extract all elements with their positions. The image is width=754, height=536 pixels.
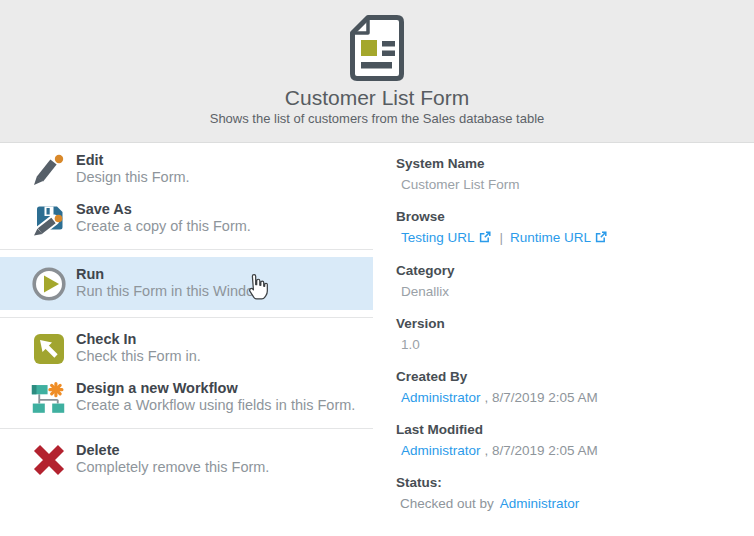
divider — [0, 317, 373, 318]
action-label: Edit — [76, 152, 190, 169]
prop-status: Status: Checked out byAdministrator — [396, 474, 736, 512]
prop-label: Browse — [396, 208, 736, 225]
workflow-icon — [30, 379, 67, 416]
form-details-panel: Customer List Form Shows the list of cus… — [0, 0, 754, 536]
runtime-url-link[interactable]: Runtime URL — [510, 230, 591, 245]
page-title: Customer List Form — [0, 87, 754, 109]
external-link-icon[interactable] — [595, 231, 607, 246]
prop-label: System Name — [396, 155, 736, 172]
prop-value: 1.0 — [396, 336, 736, 353]
prop-label: Version — [396, 315, 736, 332]
form-document-icon — [348, 14, 406, 82]
pencil-icon — [30, 151, 67, 188]
action-description: Completely remove this Form. — [76, 459, 269, 476]
modified-by-user-link[interactable]: Administrator — [401, 443, 481, 458]
prop-version: Version 1.0 — [396, 315, 736, 353]
prop-browse: Browse Testing URL|Runtime URL — [396, 208, 736, 247]
action-description: Check this Form in. — [76, 348, 201, 365]
action-description: Run this Form in this Window — [76, 283, 265, 300]
prop-value: Denallix — [396, 283, 736, 300]
action-delete[interactable]: Delete Completely remove this Form. — [0, 436, 373, 483]
link-separator: | — [500, 230, 504, 245]
checked-out-user-link[interactable]: Administrator — [500, 496, 580, 511]
prop-label: Created By — [396, 368, 736, 385]
prop-label: Last Modified — [396, 421, 736, 438]
prop-label: Category — [396, 262, 736, 279]
action-label: Save As — [76, 201, 251, 218]
status-text: Checked out by — [400, 496, 494, 511]
action-run[interactable]: Run Run this Form in this Window — [0, 257, 373, 310]
prop-category: Category Denallix — [396, 262, 736, 300]
action-label: Delete — [76, 442, 269, 459]
page-subtitle: Shows the list of customers from the Sal… — [0, 111, 754, 127]
save-as-icon — [30, 200, 67, 237]
created-date: , 8/7/2019 2:05 AM — [485, 390, 598, 405]
prop-label: Status: — [396, 474, 736, 491]
run-icon — [30, 265, 67, 302]
form-header: Customer List Form Shows the list of cus… — [0, 0, 754, 143]
properties-panel: System Name Customer List Form Browse Te… — [396, 155, 736, 527]
action-label: Design a new Workflow — [76, 380, 355, 397]
action-design-workflow[interactable]: Design a new Workflow Create a Workflow … — [0, 374, 373, 421]
created-by-user-link[interactable]: Administrator — [401, 390, 481, 405]
action-save-as[interactable]: Save As Create a copy of this Form. — [0, 195, 373, 242]
action-label: Run — [76, 266, 265, 283]
prop-value: Customer List Form — [396, 176, 736, 193]
action-description: Design this Form. — [76, 169, 190, 186]
divider — [0, 428, 373, 429]
prop-created-by: Created By Administrator, 8/7/2019 2:05 … — [396, 368, 736, 406]
action-check-in[interactable]: Check In Check this Form in. — [0, 325, 373, 372]
modified-date: , 8/7/2019 2:05 AM — [485, 443, 598, 458]
action-label: Check In — [76, 331, 201, 348]
action-list: Edit Design this Form. Save As Create a … — [0, 144, 373, 483]
check-in-icon — [30, 330, 67, 367]
delete-x-icon — [30, 441, 67, 478]
action-edit[interactable]: Edit Design this Form. — [0, 146, 373, 193]
testing-url-link[interactable]: Testing URL — [401, 230, 475, 245]
prop-last-modified: Last Modified Administrator, 8/7/2019 2:… — [396, 421, 736, 459]
action-description: Create a copy of this Form. — [76, 218, 251, 235]
divider — [0, 249, 373, 250]
prop-system-name: System Name Customer List Form — [396, 155, 736, 193]
action-description: Create a Workflow using fields in this F… — [76, 397, 355, 414]
external-link-icon[interactable] — [479, 231, 491, 246]
